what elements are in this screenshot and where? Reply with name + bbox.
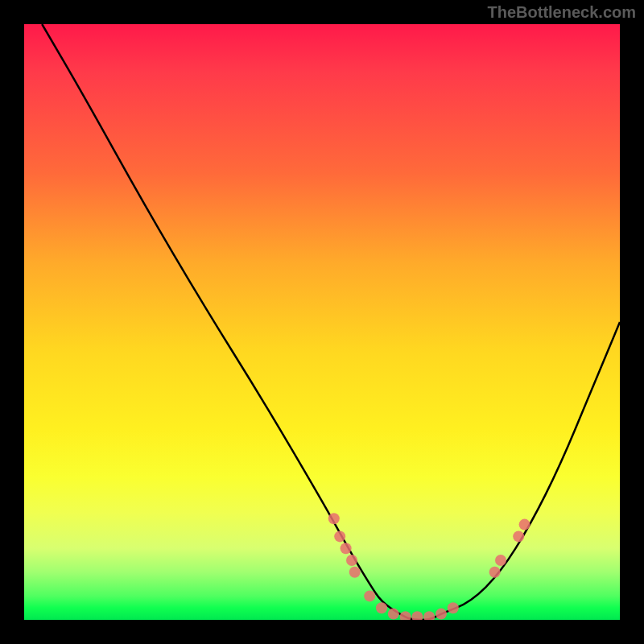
bottleneck-curve-line bbox=[42, 24, 620, 620]
data-marker bbox=[423, 611, 435, 620]
data-marker bbox=[346, 555, 357, 566]
data-marker bbox=[376, 602, 387, 613]
data-marker bbox=[448, 602, 459, 613]
data-marker bbox=[334, 530, 345, 542]
watermark-text: TheBottleneck.com bbox=[488, 3, 636, 22]
data-marker bbox=[388, 609, 399, 620]
data-marker bbox=[349, 567, 361, 578]
data-marker bbox=[436, 609, 447, 620]
chart-svg bbox=[24, 24, 620, 620]
data-marker bbox=[364, 590, 375, 601]
data-marker bbox=[400, 611, 411, 620]
data-marker bbox=[489, 567, 501, 578]
data-marker bbox=[513, 530, 524, 542]
data-marker bbox=[519, 519, 530, 530]
data-marker bbox=[411, 611, 423, 620]
data-marker bbox=[341, 543, 352, 554]
data-marker bbox=[495, 555, 506, 566]
data-marker bbox=[328, 513, 340, 524]
chart-plot-area bbox=[24, 24, 620, 620]
curve-path bbox=[42, 24, 620, 620]
